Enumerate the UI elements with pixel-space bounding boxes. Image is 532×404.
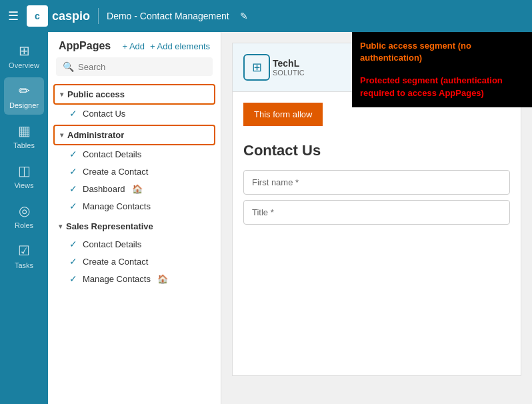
page-label-dashboard: Dashboard bbox=[83, 184, 125, 194]
tables-icon: ▦ bbox=[18, 123, 31, 139]
check-icon-7: ✓ bbox=[69, 256, 77, 267]
designer-icon: ✏ bbox=[19, 83, 30, 99]
segment-public-header[interactable]: ▾ Public access bbox=[53, 84, 215, 105]
sidebar-item-tables[interactable]: ▦ Tables bbox=[4, 117, 44, 155]
sidebar-item-roles[interactable]: ◎ Roles bbox=[4, 197, 44, 235]
left-sidebar: ⊞ Overview ✏ Designer ▦ Tables ◫ Views ◎… bbox=[0, 32, 48, 404]
page-item-contact-us[interactable]: ✓ Contact Us bbox=[64, 105, 215, 122]
segment-administrator: ▾ Administrator ✓ Contact Details ✓ Crea… bbox=[53, 125, 215, 215]
chevron-down-icon-3: ▾ bbox=[59, 223, 62, 230]
segment-sales-header[interactable]: ▾ Sales Representative bbox=[53, 217, 215, 235]
title-label: Title * bbox=[252, 207, 274, 217]
page-item-dashboard[interactable]: ✓ Dashboard 🏠 bbox=[64, 180, 215, 197]
tech-logo-icon: ⊞ bbox=[243, 54, 270, 81]
tech-name: TechL bbox=[273, 58, 305, 69]
search-bar: 🔍 bbox=[56, 57, 213, 76]
content-area: ⊞ TechL SOLUTIC This form allow Contact … bbox=[221, 32, 532, 404]
sidebar-item-overview[interactable]: ⊞ Overview bbox=[4, 37, 44, 75]
logo-icon: c bbox=[27, 5, 48, 27]
page-item-contact-details-admin[interactable]: ✓ Contact Details bbox=[64, 145, 215, 163]
sidebar-label-roles: Roles bbox=[15, 221, 33, 229]
main-layout: ⊞ Overview ✏ Designer ▦ Tables ◫ Views ◎… bbox=[0, 32, 532, 404]
tech-sub: SOLUTIC bbox=[273, 69, 305, 77]
search-input[interactable] bbox=[78, 62, 206, 72]
add-elements-button[interactable]: + Add elements bbox=[150, 41, 210, 51]
apppages-title: AppPages bbox=[59, 40, 111, 52]
sidebar-label-designer: Designer bbox=[9, 101, 39, 109]
tech-logo: ⊞ TechL SOLUTIC bbox=[243, 54, 305, 81]
annotation-overlay: Public access segment (no authentication… bbox=[352, 32, 532, 107]
page-item-manage-contacts-admin[interactable]: ✓ Manage Contacts bbox=[64, 197, 215, 215]
tasks-icon: ☑ bbox=[18, 243, 30, 259]
apppages-panel: AppPages + Add + Add elements 🔍 ▾ Public… bbox=[48, 32, 221, 404]
segment-sales-label: Sales Representative bbox=[66, 221, 153, 231]
logo: c caspio bbox=[27, 5, 90, 27]
nav-divider bbox=[98, 8, 99, 24]
page-item-manage-contacts-sales[interactable]: ✓ Manage Contacts 🏠 bbox=[64, 270, 215, 287]
sidebar-label-views: Views bbox=[14, 181, 33, 189]
preview-section-title: Contact Us bbox=[233, 137, 521, 165]
sidebar-label-overview: Overview bbox=[9, 61, 39, 69]
segment-admin-label: Administrator bbox=[67, 130, 124, 140]
page-item-create-contact-sales[interactable]: ✓ Create a Contact bbox=[64, 253, 215, 270]
apppages-list: ▾ Public access ✓ Contact Us ▾ Administr… bbox=[48, 81, 221, 404]
segment-admin-items: ✓ Contact Details ✓ Create a Contact ✓ D… bbox=[53, 145, 215, 215]
top-nav: ☰ c caspio Demo - Contact Management ✎ bbox=[0, 0, 532, 32]
segment-sales: ▾ Sales Representative ✓ Contact Details… bbox=[53, 217, 215, 287]
segment-sales-items: ✓ Contact Details ✓ Create a Contact ✓ M… bbox=[53, 235, 215, 287]
page-label-contact-details-sales: Contact Details bbox=[83, 239, 141, 249]
annotation-public: Public access segment (no authentication… bbox=[360, 40, 524, 64]
edit-project-icon[interactable]: ✎ bbox=[240, 11, 248, 21]
check-icon-4: ✓ bbox=[69, 183, 77, 194]
apppages-header: AppPages + Add + Add elements bbox=[48, 32, 221, 57]
check-icon-2: ✓ bbox=[69, 149, 77, 159]
home-icon: 🏠 bbox=[132, 184, 143, 194]
page-label-contact-details-admin: Contact Details bbox=[83, 149, 141, 159]
apppages-actions: + Add + Add elements bbox=[122, 41, 210, 51]
first-name-label: First name * bbox=[252, 177, 299, 187]
check-icon-6: ✓ bbox=[69, 239, 77, 249]
page-item-create-contact-admin[interactable]: ✓ Create a Contact bbox=[64, 163, 215, 180]
page-label-manage-contacts-sales: Manage Contacts bbox=[83, 274, 151, 284]
check-icon-3: ✓ bbox=[69, 166, 77, 177]
project-name: Demo - Contact Management bbox=[107, 11, 229, 21]
logo-text: caspio bbox=[52, 9, 90, 23]
sidebar-item-views[interactable]: ◫ Views bbox=[4, 157, 44, 195]
segment-public: ▾ Public access ✓ Contact Us bbox=[53, 84, 215, 122]
check-icon-5: ✓ bbox=[69, 201, 77, 211]
segment-public-items: ✓ Contact Us bbox=[53, 105, 215, 122]
chevron-down-icon: ▾ bbox=[60, 91, 63, 98]
chevron-down-icon-2: ▾ bbox=[60, 131, 63, 139]
sidebar-label-tables: Tables bbox=[13, 141, 35, 149]
add-button[interactable]: + Add bbox=[122, 41, 145, 51]
page-label-manage-contacts-admin: Manage Contacts bbox=[83, 201, 151, 211]
page-label-create-contact-sales: Create a Contact bbox=[83, 257, 148, 267]
sidebar-item-designer[interactable]: ✏ Designer bbox=[4, 77, 44, 115]
annotation-protected: Protected segment (authentication requir… bbox=[360, 75, 524, 99]
search-icon: 🔍 bbox=[63, 61, 74, 72]
sidebar-item-tasks[interactable]: ☑ Tasks bbox=[4, 237, 44, 275]
check-icon: ✓ bbox=[69, 108, 77, 119]
sidebar-label-tasks: Tasks bbox=[15, 261, 33, 269]
overview-icon: ⊞ bbox=[19, 43, 30, 59]
title-field[interactable]: Title * bbox=[243, 200, 510, 225]
page-item-contact-details-sales[interactable]: ✓ Contact Details bbox=[64, 235, 215, 253]
home-icon-2: 🏠 bbox=[157, 274, 168, 284]
views-icon: ◫ bbox=[18, 163, 31, 179]
hamburger-icon[interactable]: ☰ bbox=[8, 9, 19, 23]
page-label-contact-us: Contact Us bbox=[83, 109, 125, 119]
check-icon-8: ✓ bbox=[69, 273, 77, 284]
roles-icon: ◎ bbox=[19, 203, 30, 219]
orange-form-button[interactable]: This form allow bbox=[243, 103, 323, 126]
page-label-create-contact-admin: Create a Contact bbox=[83, 167, 148, 177]
first-name-field[interactable]: First name * bbox=[243, 170, 510, 195]
segment-public-label: Public access bbox=[67, 89, 125, 99]
segment-admin-header[interactable]: ▾ Administrator bbox=[53, 125, 215, 145]
